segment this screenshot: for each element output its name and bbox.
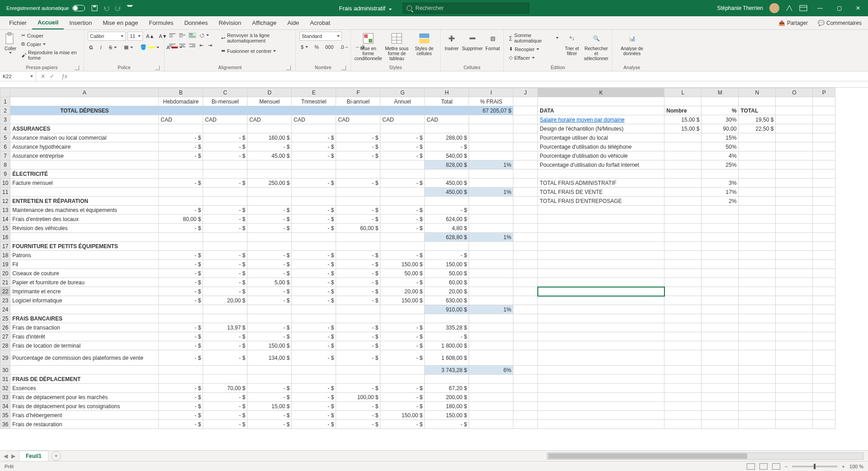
cell[interactable]: - $ (247, 224, 292, 233)
cell[interactable]: - $ (247, 269, 292, 278)
format-table-button[interactable]: Mettre sous forme de tableau (384, 32, 409, 61)
cell[interactable] (538, 384, 664, 393)
cell[interactable] (664, 287, 702, 296)
cell[interactable]: - $ (380, 278, 425, 287)
cell[interactable] (380, 106, 425, 115)
cell[interactable] (739, 151, 776, 160)
cell[interactable] (813, 215, 835, 224)
zoom-out-button[interactable]: − (785, 464, 787, 469)
cell[interactable] (664, 366, 702, 375)
minimize-button[interactable]: — (814, 2, 826, 14)
avatar[interactable] (769, 3, 779, 13)
cell[interactable]: Annuel (380, 97, 425, 106)
cell[interactable]: - $ (380, 206, 425, 215)
col-header-G[interactable]: G (380, 88, 425, 97)
cell[interactable] (739, 233, 776, 242)
cell[interactable] (538, 97, 664, 106)
cell[interactable]: Fil (10, 260, 159, 269)
row-header-23[interactable]: 23 (0, 296, 10, 305)
cell[interactable] (813, 233, 835, 242)
cell[interactable] (776, 366, 813, 375)
cell[interactable] (702, 278, 739, 287)
cell[interactable]: 150,00 $ (380, 296, 425, 305)
cell[interactable] (247, 233, 292, 242)
cell[interactable]: % (702, 106, 739, 115)
cell[interactable] (739, 332, 776, 341)
cell[interactable] (739, 197, 776, 206)
row-header-5[interactable]: 5 (0, 133, 10, 142)
row-header-17[interactable]: 17 (0, 242, 10, 251)
cell[interactable]: - $ (425, 251, 469, 260)
cell[interactable] (813, 402, 835, 411)
row-header-13[interactable]: 13 (0, 206, 10, 215)
cell[interactable]: 450,00 $ (425, 179, 469, 188)
cell[interactable]: - $ (380, 251, 425, 260)
font-name-combo[interactable]: Calibri (88, 32, 126, 41)
align-top-icon[interactable] (168, 32, 176, 38)
cell[interactable]: - $ (203, 332, 247, 341)
cell[interactable] (702, 305, 739, 314)
ribbon-mode-icon[interactable] (799, 5, 807, 11)
cell[interactable] (664, 332, 702, 341)
row-header-4[interactable]: 4 (0, 124, 10, 133)
tab-insertion[interactable]: Insertion (64, 16, 97, 29)
cell[interactable] (10, 115, 159, 124)
user-name[interactable]: Stéphanie Therrien (717, 5, 763, 11)
cell[interactable] (739, 323, 776, 332)
cell[interactable]: - $ (247, 260, 292, 269)
cell[interactable] (203, 366, 247, 375)
cell[interactable]: 160,00 $ (247, 133, 292, 142)
cell[interactable] (813, 170, 835, 179)
row-header-18[interactable]: 18 (0, 251, 10, 260)
cell[interactable] (425, 375, 469, 384)
cell[interactable] (513, 314, 538, 323)
cell[interactable] (513, 142, 538, 151)
col-header-O[interactable]: O (776, 88, 813, 97)
cell[interactable]: - $ (336, 251, 380, 260)
cell[interactable]: 288,00 $ (425, 133, 469, 142)
cell[interactable] (538, 314, 664, 323)
zoom-level[interactable]: 100 % (849, 464, 863, 469)
cell[interactable] (813, 97, 835, 106)
cell[interactable] (813, 350, 835, 366)
cell[interactable] (292, 197, 336, 206)
cell[interactable] (776, 133, 813, 142)
tab-aide[interactable]: Aide (282, 16, 304, 29)
cell[interactable] (664, 151, 702, 160)
cell[interactable]: - $ (380, 151, 425, 160)
cell[interactable]: 20,00 $ (425, 287, 469, 296)
cell[interactable] (664, 341, 702, 350)
row-header-1[interactable]: 1 (0, 97, 10, 106)
cell[interactable] (776, 224, 813, 233)
cell[interactable]: 180,00 $ (425, 402, 469, 411)
cell[interactable] (813, 224, 835, 233)
cell[interactable]: - $ (336, 142, 380, 151)
cell[interactable] (380, 233, 425, 242)
cell[interactable] (513, 366, 538, 375)
cell[interactable] (538, 224, 664, 233)
cell[interactable] (247, 124, 292, 133)
cell[interactable] (247, 188, 292, 197)
cell[interactable] (292, 188, 336, 197)
cell[interactable] (336, 124, 380, 133)
cell[interactable]: - $ (292, 179, 336, 188)
cell[interactable]: 630,00 $ (425, 296, 469, 305)
cell[interactable] (247, 170, 292, 179)
cell[interactable] (813, 269, 835, 278)
cell[interactable]: 70,00 $ (203, 384, 247, 393)
cell[interactable] (292, 305, 336, 314)
insert-button[interactable]: ➕Insérer (444, 32, 459, 51)
cell[interactable] (538, 411, 664, 420)
cell[interactable] (469, 179, 513, 188)
cell[interactable] (159, 314, 203, 323)
cell[interactable] (664, 384, 702, 393)
cell[interactable] (469, 420, 513, 429)
cell[interactable] (469, 224, 513, 233)
cell[interactable]: 540,00 $ (425, 151, 469, 160)
cell[interactable] (10, 97, 159, 106)
cell[interactable]: - $ (203, 269, 247, 278)
cell[interactable] (336, 242, 380, 251)
cell[interactable] (10, 233, 159, 242)
horizontal-scrollbar[interactable] (547, 452, 863, 460)
cell[interactable] (203, 305, 247, 314)
